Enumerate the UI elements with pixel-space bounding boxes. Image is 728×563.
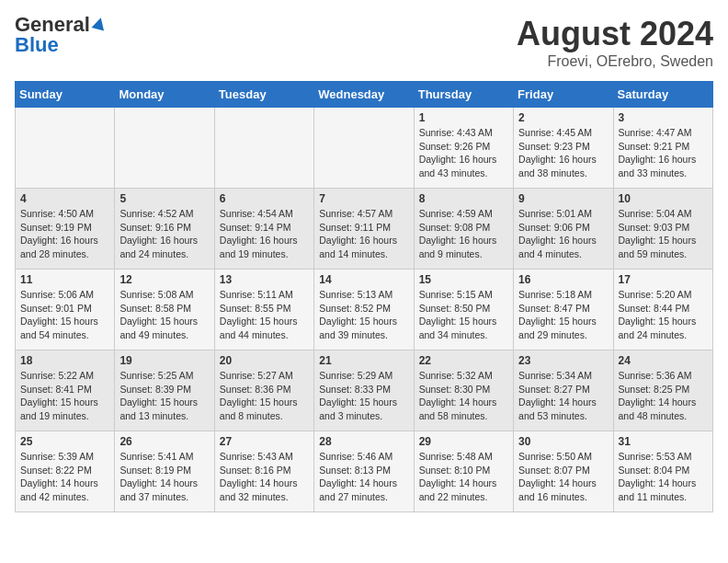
day-header-saturday: Saturday xyxy=(613,82,712,108)
calendar-cell xyxy=(214,108,313,189)
logo-general-text: General xyxy=(15,15,90,35)
day-info: Sunrise: 5:43 AM Sunset: 8:16 PM Dayligh… xyxy=(220,450,309,504)
calendar-cell: 18Sunrise: 5:22 AM Sunset: 8:41 PM Dayli… xyxy=(16,350,115,431)
calendar-cell: 6Sunrise: 4:54 AM Sunset: 9:14 PM Daylig… xyxy=(214,189,313,270)
calendar-cell xyxy=(16,108,115,189)
day-number: 6 xyxy=(220,192,309,205)
day-info: Sunrise: 4:54 AM Sunset: 9:14 PM Dayligh… xyxy=(220,207,309,261)
location: Froevi, OErebro, Sweden xyxy=(517,53,713,70)
day-info: Sunrise: 5:04 AM Sunset: 9:03 PM Dayligh… xyxy=(619,207,708,261)
day-header-wednesday: Wednesday xyxy=(314,82,414,108)
day-number: 11 xyxy=(20,273,109,286)
calendar-cell: 9Sunrise: 5:01 AM Sunset: 9:06 PM Daylig… xyxy=(514,189,613,270)
day-info: Sunrise: 5:08 AM Sunset: 8:58 PM Dayligh… xyxy=(119,288,209,342)
day-info: Sunrise: 4:43 AM Sunset: 9:26 PM Dayligh… xyxy=(419,126,508,180)
day-number: 28 xyxy=(319,435,408,448)
day-info: Sunrise: 4:59 AM Sunset: 9:08 PM Dayligh… xyxy=(419,207,508,261)
calendar-cell: 2Sunrise: 4:45 AM Sunset: 9:23 PM Daylig… xyxy=(514,108,613,189)
day-number: 4 xyxy=(20,192,109,205)
day-number: 31 xyxy=(619,435,708,448)
calendar-cell: 5Sunrise: 4:52 AM Sunset: 9:16 PM Daylig… xyxy=(115,189,214,270)
day-number: 29 xyxy=(419,435,508,448)
day-number: 14 xyxy=(319,273,408,286)
calendar-cell: 7Sunrise: 4:57 AM Sunset: 9:11 PM Daylig… xyxy=(314,189,414,270)
day-number: 10 xyxy=(619,192,708,205)
calendar-cell: 3Sunrise: 4:47 AM Sunset: 9:21 PM Daylig… xyxy=(613,108,712,189)
day-info: Sunrise: 5:50 AM Sunset: 8:07 PM Dayligh… xyxy=(518,450,608,504)
calendar-cell: 29Sunrise: 5:48 AM Sunset: 8:10 PM Dayli… xyxy=(414,431,513,512)
day-number: 18 xyxy=(20,354,109,367)
day-number: 21 xyxy=(319,354,408,367)
logo-blue-text: Blue xyxy=(15,35,106,55)
day-info: Sunrise: 5:48 AM Sunset: 8:10 PM Dayligh… xyxy=(419,450,508,504)
calendar-cell: 19Sunrise: 5:25 AM Sunset: 8:39 PM Dayli… xyxy=(115,350,214,431)
day-info: Sunrise: 5:15 AM Sunset: 8:50 PM Dayligh… xyxy=(419,288,508,342)
day-info: Sunrise: 5:22 AM Sunset: 8:41 PM Dayligh… xyxy=(20,369,109,423)
day-number: 15 xyxy=(419,273,508,286)
day-info: Sunrise: 5:46 AM Sunset: 8:13 PM Dayligh… xyxy=(319,450,408,504)
day-info: Sunrise: 5:25 AM Sunset: 8:39 PM Dayligh… xyxy=(119,369,209,423)
day-info: Sunrise: 5:53 AM Sunset: 8:04 PM Dayligh… xyxy=(619,450,708,504)
day-number: 5 xyxy=(119,192,209,205)
day-info: Sunrise: 5:06 AM Sunset: 9:01 PM Dayligh… xyxy=(20,288,109,342)
day-number: 3 xyxy=(619,111,708,124)
title-area: August 2024 Froevi, OErebro, Sweden xyxy=(517,15,713,70)
day-number: 27 xyxy=(220,435,309,448)
day-number: 22 xyxy=(419,354,508,367)
calendar-cell: 30Sunrise: 5:50 AM Sunset: 8:07 PM Dayli… xyxy=(514,431,613,512)
calendar-cell: 31Sunrise: 5:53 AM Sunset: 8:04 PM Dayli… xyxy=(613,431,712,512)
calendar-cell: 17Sunrise: 5:20 AM Sunset: 8:44 PM Dayli… xyxy=(613,270,712,350)
calendar-cell: 14Sunrise: 5:13 AM Sunset: 8:52 PM Dayli… xyxy=(314,270,414,350)
day-number: 8 xyxy=(419,192,508,205)
day-header-thursday: Thursday xyxy=(414,82,513,108)
calendar-cell: 27Sunrise: 5:43 AM Sunset: 8:16 PM Dayli… xyxy=(214,431,313,512)
calendar-cell: 28Sunrise: 5:46 AM Sunset: 8:13 PM Dayli… xyxy=(314,431,414,512)
calendar-cell: 24Sunrise: 5:36 AM Sunset: 8:25 PM Dayli… xyxy=(613,350,712,431)
calendar-cell: 8Sunrise: 4:59 AM Sunset: 9:08 PM Daylig… xyxy=(414,189,513,270)
day-number: 9 xyxy=(518,192,608,205)
day-header-sunday: Sunday xyxy=(16,82,115,108)
calendar-cell: 26Sunrise: 5:41 AM Sunset: 8:19 PM Dayli… xyxy=(115,431,214,512)
calendar-cell: 16Sunrise: 5:18 AM Sunset: 8:47 PM Dayli… xyxy=(514,270,613,350)
day-number: 1 xyxy=(419,111,508,124)
calendar-table: SundayMondayTuesdayWednesdayThursdayFrid… xyxy=(15,81,713,512)
day-number: 13 xyxy=(220,273,309,286)
day-info: Sunrise: 5:11 AM Sunset: 8:55 PM Dayligh… xyxy=(220,288,309,342)
calendar-cell: 23Sunrise: 5:34 AM Sunset: 8:27 PM Dayli… xyxy=(514,350,613,431)
day-info: Sunrise: 5:20 AM Sunset: 8:44 PM Dayligh… xyxy=(619,288,708,342)
day-info: Sunrise: 5:13 AM Sunset: 8:52 PM Dayligh… xyxy=(319,288,408,342)
day-info: Sunrise: 4:57 AM Sunset: 9:11 PM Dayligh… xyxy=(319,207,408,261)
day-number: 23 xyxy=(518,354,608,367)
day-number: 12 xyxy=(119,273,209,286)
day-number: 24 xyxy=(619,354,708,367)
calendar-cell: 11Sunrise: 5:06 AM Sunset: 9:01 PM Dayli… xyxy=(16,270,115,350)
day-info: Sunrise: 4:50 AM Sunset: 9:19 PM Dayligh… xyxy=(20,207,109,261)
calendar-cell xyxy=(115,108,214,189)
header: General Blue August 2024 Froevi, OErebro… xyxy=(15,15,713,70)
logo-icon xyxy=(91,16,107,30)
day-info: Sunrise: 5:36 AM Sunset: 8:25 PM Dayligh… xyxy=(619,369,708,423)
day-number: 25 xyxy=(20,435,109,448)
calendar-cell: 12Sunrise: 5:08 AM Sunset: 8:58 PM Dayli… xyxy=(115,270,214,350)
day-number: 7 xyxy=(319,192,408,205)
day-info: Sunrise: 4:47 AM Sunset: 9:21 PM Dayligh… xyxy=(619,126,708,180)
day-info: Sunrise: 5:27 AM Sunset: 8:36 PM Dayligh… xyxy=(220,369,309,423)
day-header-friday: Friday xyxy=(514,82,613,108)
calendar-cell: 1Sunrise: 4:43 AM Sunset: 9:26 PM Daylig… xyxy=(414,108,513,189)
day-info: Sunrise: 5:39 AM Sunset: 8:22 PM Dayligh… xyxy=(20,450,109,504)
day-header-tuesday: Tuesday xyxy=(214,82,313,108)
day-info: Sunrise: 5:32 AM Sunset: 8:30 PM Dayligh… xyxy=(419,369,508,423)
day-number: 30 xyxy=(518,435,608,448)
day-number: 17 xyxy=(619,273,708,286)
calendar-cell: 4Sunrise: 4:50 AM Sunset: 9:19 PM Daylig… xyxy=(16,189,115,270)
calendar-cell xyxy=(314,108,414,189)
month-title: August 2024 xyxy=(517,15,713,53)
day-number: 19 xyxy=(119,354,209,367)
calendar-cell: 25Sunrise: 5:39 AM Sunset: 8:22 PM Dayli… xyxy=(16,431,115,512)
logo: General Blue xyxy=(15,15,106,55)
calendar-cell: 13Sunrise: 5:11 AM Sunset: 8:55 PM Dayli… xyxy=(214,270,313,350)
day-header-monday: Monday xyxy=(115,82,214,108)
calendar-cell: 10Sunrise: 5:04 AM Sunset: 9:03 PM Dayli… xyxy=(613,189,712,270)
calendar-cell: 15Sunrise: 5:15 AM Sunset: 8:50 PM Dayli… xyxy=(414,270,513,350)
calendar-cell: 22Sunrise: 5:32 AM Sunset: 8:30 PM Dayli… xyxy=(414,350,513,431)
